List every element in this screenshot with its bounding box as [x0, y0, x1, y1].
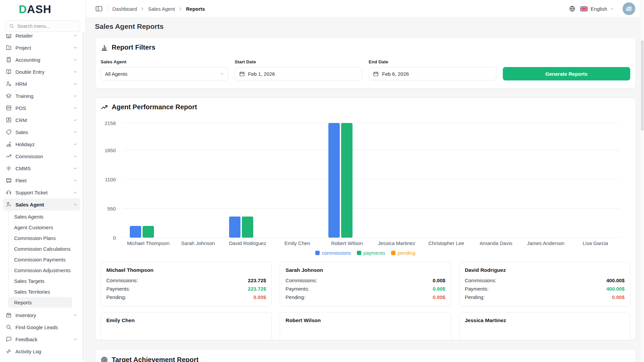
report-filters-card: Report Filters Sales Agent All Agents St…: [95, 38, 636, 89]
target-achievement-card: Target Achievement Report: [95, 349, 636, 362]
chevron-down-icon: [73, 142, 77, 146]
sidebar-item-inventory[interactable]: Inventory: [3, 309, 80, 321]
sidebar-subitem-agent-customers[interactable]: Agent Customers: [9, 222, 72, 233]
sales-agent-select[interactable]: All Agents: [101, 67, 228, 80]
sidebar-subitem-commission-adjustments[interactable]: Commission Adjustments: [9, 265, 72, 276]
sidebar-item-label: Sales Agent: [15, 202, 44, 207]
agent-card-jessica-martinez: Jessica Martinez: [459, 312, 630, 340]
globe-icon[interactable]: [569, 5, 576, 12]
bar-group-lisa-garcia: [571, 123, 620, 238]
y-axis-tick: 1100: [105, 176, 116, 182]
x-axis-label: Michael Thompson: [123, 240, 173, 246]
sidebar-item-activity-log[interactable]: Activity Log: [3, 345, 80, 357]
field-label: Sales Agent: [101, 59, 228, 64]
sidebar-item-project[interactable]: Project: [3, 42, 80, 54]
chevron-down-icon: [73, 46, 77, 50]
sidebar-item-holidayz[interactable]: Holidayz: [3, 138, 80, 150]
sidebar-item-label: Support Ticket: [15, 190, 48, 195]
agent-performance-card: Agent Performance Report 055011001650215…: [95, 98, 636, 340]
start-date-input[interactable]: Feb 1, 2026: [235, 67, 363, 80]
sidebar-item-find-google-leads[interactable]: Find Google Leads: [3, 321, 80, 333]
legend-item-pending[interactable]: pending: [391, 250, 415, 256]
field-label: Start Date: [235, 59, 363, 64]
agent-card-michael-thompson: Michael ThompsonCommissions:223.72$Payme…: [101, 262, 272, 307]
calendar-icon: [373, 71, 379, 77]
folder-icon: [6, 45, 12, 51]
sidebar-toggle-icon[interactable]: [95, 5, 103, 12]
page-scrollbar[interactable]: [640, 0, 644, 362]
sidebar-subitem-commission-payments[interactable]: Commission Payments: [9, 254, 72, 265]
language-selector[interactable]: English: [580, 6, 614, 12]
sidebar-item-training[interactable]: Training: [3, 90, 80, 102]
filter-field-end-date: End Date Feb 6, 2026: [369, 59, 496, 80]
breadcrumb-dashboard[interactable]: Dashboard: [112, 6, 137, 12]
bar-group-david-rodriguez: [223, 123, 272, 238]
headset-icon: [6, 189, 12, 195]
bar-group-michael-thompson: [123, 123, 173, 238]
sidebar-scrollbar[interactable]: [83, 32, 85, 361]
sidebar-item-cmms[interactable]: CMMS: [3, 162, 80, 174]
sidebar-item-double-entry[interactable]: Double Entry: [3, 66, 80, 78]
sidebar-item-pos[interactable]: POS: [3, 102, 80, 114]
commissions-value: 0.00$: [433, 276, 445, 285]
bar-group-james-anderson: [521, 123, 571, 238]
y-axis-tick: 1650: [105, 147, 116, 153]
breadcrumb-sales-agent[interactable]: Sales Agent: [148, 6, 175, 12]
sidebar-item-support-ticket[interactable]: Support Ticket: [3, 186, 80, 198]
commissions-value: 223.72$: [248, 276, 266, 285]
sidebar-item-hrm[interactable]: HRM: [3, 78, 80, 90]
breadcrumb: DashboardSales AgentReports: [112, 6, 205, 12]
pending-row: Pending:0.00$: [465, 293, 625, 301]
bar-payments: [341, 123, 353, 238]
chevron-down-icon: [73, 58, 77, 62]
legend-swatch: [391, 251, 395, 255]
filter-field-start-date: Start Date Feb 1, 2026: [235, 59, 363, 80]
chart-legend: commissionspaymentspending: [101, 249, 630, 256]
sidebar-subitem-sales-agents[interactable]: Sales Agents: [9, 211, 72, 222]
sidebar-item-label: Accounting: [15, 57, 40, 63]
sidebar-item-feedback[interactable]: Feedback: [3, 333, 80, 345]
sidebar-item-sales-agent[interactable]: Sales Agent: [3, 198, 80, 210]
agent-card-sarah-johnson: Sarah JohnsonCommissions:0.00$Payments:0…: [280, 262, 451, 307]
chevron-down-icon: [73, 154, 77, 159]
legend-item-payments[interactable]: payments: [357, 250, 385, 256]
avatar[interactable]: [623, 2, 635, 15]
sidebar-item-commission[interactable]: Commission: [3, 150, 80, 162]
bar-group-sarah-johnson: [173, 123, 223, 238]
users-icon: [6, 81, 12, 87]
sidebar-item-crm[interactable]: CRM: [3, 114, 80, 126]
end-date-input[interactable]: Feb 6, 2026: [369, 67, 496, 80]
sidebar-item-label: HRM: [15, 81, 27, 87]
sidebar-item-label: Training: [15, 93, 34, 99]
x-axis-label: James Anderson: [521, 240, 571, 246]
app-root: DASH RetailerProjectAccountingDouble Ent…: [0, 0, 644, 362]
sidebar-item-fleet[interactable]: Fleet: [3, 174, 80, 186]
generate-reports-button[interactable]: Generate Reports: [503, 67, 631, 80]
date-value: Feb 1, 2026: [248, 71, 358, 77]
trending-up-icon: [6, 153, 12, 159]
chevron-down-icon: [73, 130, 77, 134]
sidebar-item-accounting[interactable]: Accounting: [3, 54, 80, 66]
legend-label: commissions: [322, 250, 351, 256]
search-input[interactable]: [17, 23, 76, 29]
sidebar-item-retailer[interactable]: Retailer: [3, 34, 80, 42]
pending-row: Pending:0.00$: [285, 293, 445, 301]
bar-commissions: [130, 226, 141, 238]
sidebar-subitem-commission-calculations[interactable]: Commission Calculations: [9, 243, 72, 254]
bar-commissions: [328, 123, 340, 238]
y-axis-tick: 0: [113, 235, 116, 241]
sidebar-subitem-sales-territories[interactable]: Sales Territories: [9, 286, 72, 297]
scrollbar-thumb[interactable]: [641, 40, 644, 131]
sidebar-search[interactable]: [5, 20, 80, 32]
sidebar-subitem-commission-plans[interactable]: Commission Plans: [9, 233, 72, 243]
agent-card-emily-chen: Emily Chen: [101, 312, 272, 340]
date-value: Feb 6, 2026: [382, 71, 492, 77]
sidebar-subitem-reports[interactable]: Reports: [9, 297, 72, 308]
legend-item-commissions[interactable]: commissions: [315, 250, 351, 256]
sidebar-item-sales[interactable]: Sales: [3, 126, 80, 138]
trending-up-icon: [101, 104, 108, 111]
bar-chart: 0550110016502158: [101, 123, 630, 238]
agent-summary-grid: Michael ThompsonCommissions:223.72$Payme…: [101, 262, 630, 340]
sidebar-subitem-sales-targets[interactable]: Sales Targets: [9, 276, 72, 286]
performance-title: Agent Performance Report: [112, 103, 197, 111]
